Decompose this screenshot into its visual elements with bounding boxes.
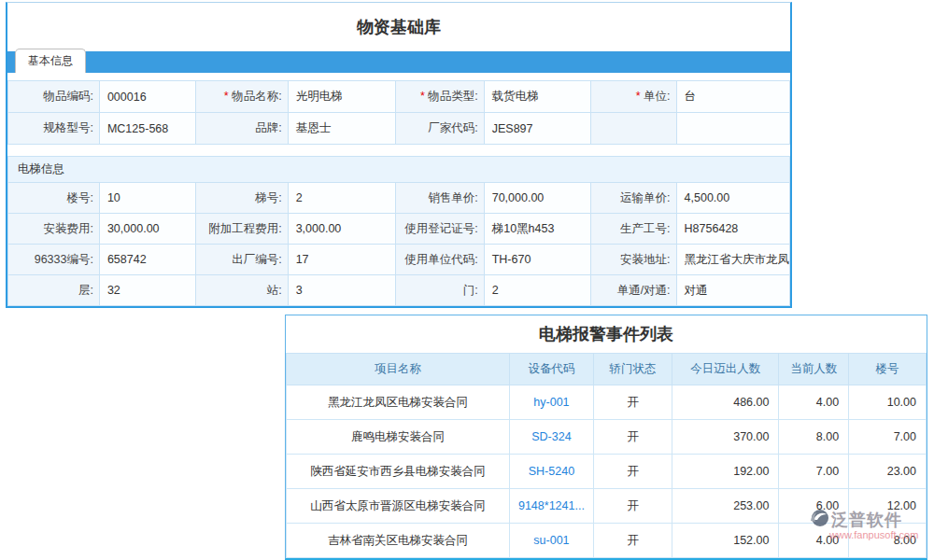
elevator-info-field-value: 658742 [99,245,195,275]
elevator-info-field-value: 4,500.00 [676,183,789,214]
alarm-cell-today_count: 370.00 [672,420,779,455]
elevator-info-field-label: 楼号: [8,183,100,214]
alarm-cell-today_count: 486.00 [672,385,779,420]
elevator-info-field-value: 3,000.00 [288,214,396,245]
required-asterisk: * [420,90,428,103]
alarm-cell-current_count: 4.00 [779,385,849,420]
alarm-cell-door_status: 开 [593,455,672,489]
elevator-info-field-value: H8756428 [676,214,789,245]
spacer [7,73,790,80]
material-base-panel: 物资基础库 基本信息 物品编码:000016* 物品名称:光明电梯* 物品类型:… [6,2,792,308]
device-code-link[interactable]: SD-324 [510,420,594,455]
alarm-column-header: 项目名称 [287,354,510,385]
watermark-brand-text: 泛普软件 [831,509,902,531]
basic-info-field-value: MC125-568 [99,113,195,145]
elevator-info-field-label: 96333编号: [8,245,100,275]
elevator-info-field-value: 10 [99,183,195,214]
elevator-info-field-label: 梯号: [195,183,288,214]
alarm-cell-current_count: 8.00 [779,420,849,455]
alarm-cell-today_count: 152.00 [672,524,779,558]
alarm-table-row: 黑龙江龙凤区电梯安装合同hy-001开486.004.0010.00 [287,385,927,420]
elevator-info-field-label: 附加工程费用: [195,214,288,245]
tab-bar: 基本信息 [7,51,790,73]
elevator-info-field-label: 运输单价: [590,183,676,214]
alarm-column-header: 当前人数 [779,354,849,385]
elevator-info-row: 安装费用:30,000.00附加工程费用:3,000.00使用登记证号:梯10黑… [8,214,790,245]
basic-info-field-label: * 物品名称: [195,81,288,113]
elevator-info-field-value: 32 [99,275,195,306]
alarm-column-header: 轿门状态 [593,354,672,385]
alarm-cell-door_status: 开 [593,489,672,524]
basic-info-field-label: 厂家代码: [396,113,485,145]
alarm-header-row: 项目名称设备代码轿门状态今日迈出人数当前人数楼号 [287,354,927,385]
device-code-link[interactable]: hy-001 [510,385,594,420]
elevator-info-field-label: 使用登记证号: [396,214,485,245]
tab-basic-info[interactable]: 基本信息 [15,49,86,73]
alarm-column-header: 今日迈出人数 [672,354,779,385]
alarm-cell-door_status: 开 [593,385,672,420]
alarm-table-row: 陕西省延安市西乡县电梯安装合同SH-5240开192.007.0023.00 [287,455,927,489]
basic-info-field-value [676,113,789,145]
elevator-info-field-label: 销售单价: [396,183,485,214]
alarm-cell-floor: 10.00 [849,385,927,420]
alarm-table-title: 电梯报警事件列表 [286,315,927,353]
elevator-info-field-value: 3 [288,275,396,306]
elevator-info-field-label: 出厂编号: [195,245,288,275]
elevator-info-field-value: 17 [288,245,396,275]
elevator-info-field-label: 门: [396,275,485,306]
device-code-link[interactable]: 9148*1241... [510,489,594,524]
required-asterisk: * [636,90,644,103]
basic-info-field-label: * 物品类型: [396,81,485,113]
elevator-info-field-value: 梯10黑h453 [484,214,590,245]
basic-info-field-value: 台 [676,81,789,113]
elevator-info-field-label: 安装费用: [8,214,100,245]
alarm-cell-door_status: 开 [593,420,672,455]
basic-info-row: 物品编码:000016* 物品名称:光明电梯* 物品类型:载货电梯* 单位:台 [8,81,790,113]
alarm-cell-floor: 23.00 [849,455,927,489]
elevator-info-form: 楼号:10梯号:2销售单价:70,000.00运输单价:4,500.00安装费用… [7,182,790,306]
alarm-cell-today_count: 192.00 [672,455,779,489]
elevator-info-field-value: 30,000.00 [99,214,195,245]
alarm-cell-today_count: 253.00 [672,489,779,524]
required-asterisk: * [224,90,232,103]
basic-info-field-label: 品牌: [195,113,288,145]
basic-info-field-label: * 单位: [590,81,676,113]
alarm-column-header: 楼号 [849,354,927,385]
basic-info-field-label [590,113,676,145]
elevator-info-field-value: 黑龙江省大庆市龙凤 [676,245,789,275]
elevator-info-row: 96333编号:658742出厂编号:17使用单位代码:TH-670安装地址:黑… [8,245,790,275]
basic-info-field-value: 基恩士 [288,113,396,145]
elevator-info-field-value: 2 [484,275,590,306]
elevator-info-field-value: 2 [288,183,396,214]
elevator-info-section-title: 电梯信息 [7,156,790,182]
vendor-watermark: 泛普软件 www.fanpusoft.com [809,508,932,540]
alarm-column-header: 设备代码 [510,354,594,385]
alarm-cell-door_status: 开 [593,524,672,558]
device-code-link[interactable]: SH-5240 [510,455,594,489]
basic-info-field-value: 载货电梯 [484,81,590,113]
alarm-cell-project: 吉林省南关区电梯安装合同 [287,524,510,558]
alarm-cell-project: 山西省太原市晋源区电梯安装合同 [287,489,510,524]
device-code-link[interactable]: su-001 [510,524,594,558]
alarm-cell-project: 鹿鸣电梯安装合同 [287,420,510,455]
alarm-cell-current_count: 7.00 [779,455,849,489]
alarm-cell-floor: 7.00 [849,420,927,455]
basic-info-form: 物品编码:000016* 物品名称:光明电梯* 物品类型:载货电梯* 单位:台规… [7,80,790,145]
alarm-table-row: 鹿鸣电梯安装合同SD-324开370.008.007.00 [287,420,927,455]
basic-info-field-label: 规格型号: [8,113,100,145]
elevator-info-field-value: 70,000.00 [484,183,590,214]
elevator-info-field-label: 安装地址: [590,245,676,275]
basic-info-field-label: 物品编码: [8,81,100,113]
elevator-info-field-value: TH-670 [484,245,590,275]
basic-info-field-value: 光明电梯 [288,81,396,113]
elevator-info-field-label: 站: [195,275,288,306]
elevator-info-field-value: 对通 [676,275,789,306]
basic-info-field-value: 000016 [99,81,195,113]
elevator-info-field-label: 单通/对通: [590,275,676,306]
elevator-info-row: 层:32站:3门:2单通/对通:对通 [8,275,790,306]
page-title: 物资基础库 [7,3,790,51]
elevator-info-field-label: 使用单位代码: [396,245,485,275]
watermark-url-text: www.fanpusoft.com [829,529,932,540]
elevator-info-field-label: 层: [8,275,100,306]
basic-info-row: 规格型号:MC125-568品牌:基恩士厂家代码:JES897 [8,113,790,145]
